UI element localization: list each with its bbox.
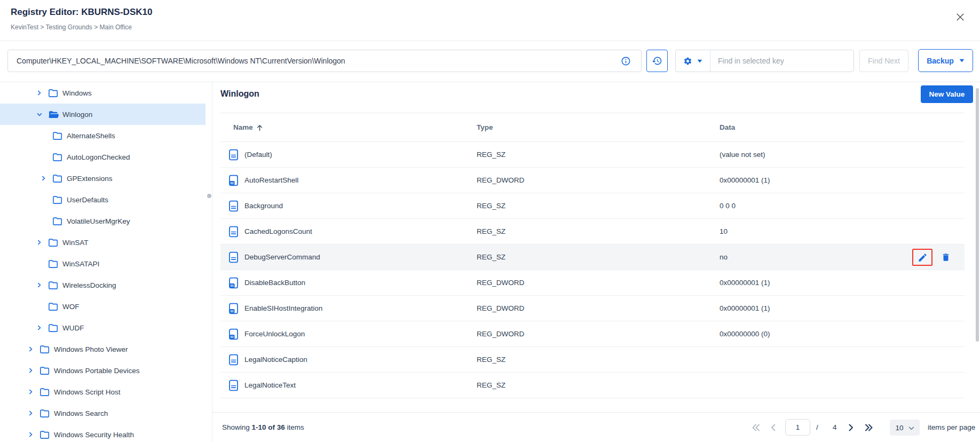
chevron-right-icon[interactable] xyxy=(28,345,39,353)
table-row[interactable]: CachedLogonsCountREG_SZ10 xyxy=(220,219,965,244)
folder-icon xyxy=(39,430,54,439)
chevron-right-icon[interactable] xyxy=(36,323,48,332)
table-row[interactable]: 01DisableBackButtonREG_DWORD0x00000001 (… xyxy=(220,270,965,296)
tree-item-label: Windows Script Host xyxy=(54,388,121,396)
tree-item-winlogon[interactable]: Winlogon xyxy=(0,104,206,125)
tree-item-volatileusermgrkey[interactable]: VolatileUserMgrKey xyxy=(0,210,206,232)
tree-item-wirelessdocking[interactable]: WirelessDocking xyxy=(0,274,206,296)
folder-icon xyxy=(48,259,62,269)
tree-item-userdefaults[interactable]: UserDefaults xyxy=(0,189,206,210)
vertical-scrollbar[interactable] xyxy=(976,88,979,342)
value-type-cell: REG_DWORD xyxy=(477,270,524,296)
folder-icon xyxy=(39,366,54,375)
find-next-button[interactable]: Find Next xyxy=(859,50,908,72)
value-data-cell: 10 xyxy=(720,219,728,244)
svg-text:01: 01 xyxy=(231,181,234,185)
tree-item-label: GPExtensions xyxy=(67,175,113,183)
first-page-button[interactable] xyxy=(752,419,760,436)
tree-item-autologonchecked[interactable]: AutoLogonChecked xyxy=(0,146,206,168)
last-page-button[interactable] xyxy=(865,419,873,436)
delete-value-button[interactable] xyxy=(941,252,951,263)
column-header-name[interactable]: Name xyxy=(233,113,263,142)
value-type-cell: REG_SZ xyxy=(477,244,505,270)
table-row[interactable]: 01AutoRestartShellREG_DWORD0x00000001 (1… xyxy=(220,168,965,193)
column-header-data[interactable]: Data xyxy=(720,113,735,142)
next-page-button[interactable] xyxy=(849,419,853,436)
reg-dword-icon: 01 xyxy=(229,175,238,186)
column-header-type[interactable]: Type xyxy=(477,113,493,142)
table-row[interactable]: (Default)REG_SZ(value not set) xyxy=(220,142,965,168)
tree-item-gpextensions[interactable]: GPExtensions xyxy=(0,168,206,189)
table-row[interactable]: 01EnableSIHostIntegrationREG_DWORD0x0000… xyxy=(220,296,965,321)
history-button[interactable] xyxy=(646,50,668,72)
sort-asc-icon xyxy=(257,124,263,131)
info-icon[interactable] xyxy=(621,56,631,66)
svg-text:01: 01 xyxy=(231,310,234,313)
value-data-cell: 0x00000001 (1) xyxy=(720,168,770,193)
new-value-button[interactable]: New Value xyxy=(921,85,973,103)
tree-item-windows-photo-viewer[interactable]: Windows Photo Viewer xyxy=(0,338,206,360)
page-number-input[interactable] xyxy=(785,419,810,436)
items-per-page-select[interactable]: 10 xyxy=(890,420,920,436)
tree-item-label: Windows Search xyxy=(54,409,108,417)
find-in-key-input[interactable] xyxy=(710,50,853,72)
folder-icon xyxy=(39,388,54,397)
tree-item-windows[interactable]: Windows xyxy=(0,82,206,104)
tree-item-label: WUDF xyxy=(62,324,84,332)
chevron-down-icon[interactable] xyxy=(36,110,48,119)
folder-icon xyxy=(48,238,62,247)
table-row[interactable]: LegalNoticeTextREG_SZ xyxy=(220,373,965,398)
breadcrumb: KevinTest > Testing Grounds > Main Offic… xyxy=(11,23,132,31)
value-name-cell: (Default) xyxy=(244,142,272,168)
items-per-page-value: 10 xyxy=(895,424,903,432)
table-row[interactable]: 01ForceUnlockLogonREG_DWORD0x00000000 (0… xyxy=(220,321,965,347)
value-type-cell: REG_DWORD xyxy=(477,168,524,193)
value-type-cell: REG_SZ xyxy=(477,219,505,244)
showing-range: 1-10 of 36 xyxy=(252,423,285,431)
value-data-cell: no xyxy=(720,244,728,270)
chevron-right-icon[interactable] xyxy=(36,281,48,289)
value-data-cell: 0x00000001 (1) xyxy=(720,270,770,296)
tree-item-windows-security-health[interactable]: Windows Security Health xyxy=(0,424,206,442)
folder-icon xyxy=(39,409,54,418)
tree-item-wudf[interactable]: WUDF xyxy=(0,317,206,338)
panel-resize-handle[interactable] xyxy=(207,194,211,198)
tree-item-wof[interactable]: WOF xyxy=(0,296,206,317)
chevron-right-icon[interactable] xyxy=(28,430,39,439)
registry-path-input[interactable] xyxy=(7,50,642,72)
tree-item-label: AlternateShells xyxy=(67,132,115,140)
svg-text:01: 01 xyxy=(231,284,234,287)
tree-item-winsatapi[interactable]: WinSATAPI xyxy=(0,253,206,274)
values-table-body: (Default)REG_SZ(value not set)01AutoRest… xyxy=(220,142,965,398)
backup-button[interactable]: Backup xyxy=(918,49,973,72)
selected-key-title: Winlogon xyxy=(220,89,259,99)
folder-icon xyxy=(52,131,67,140)
tree-item-windows-search[interactable]: Windows Search xyxy=(0,402,206,424)
table-row[interactable]: DebugServerCommandREG_SZno xyxy=(220,244,965,270)
chevron-right-icon[interactable] xyxy=(28,388,39,396)
tree-item-winsat[interactable]: WinSAT xyxy=(0,232,206,253)
table-row[interactable]: BackgroundREG_SZ0 0 0 xyxy=(220,193,965,219)
prev-page-button[interactable] xyxy=(771,419,776,436)
tree-item-windows-portable-devices[interactable]: Windows Portable Devices xyxy=(0,360,206,381)
tree-item-label: UserDefaults xyxy=(67,196,108,204)
folder-icon xyxy=(48,323,62,333)
folder-icon xyxy=(48,281,62,290)
table-row[interactable]: LegalNoticeCaptionREG_SZ xyxy=(220,347,965,373)
chevron-right-icon[interactable] xyxy=(28,366,39,375)
value-name-cell: LegalNoticeText xyxy=(244,373,296,398)
search-options-dropdown[interactable] xyxy=(676,50,710,72)
chevron-right-icon[interactable] xyxy=(36,89,48,97)
close-button[interactable] xyxy=(953,10,967,24)
action-target-box xyxy=(912,249,932,266)
edit-value-button[interactable] xyxy=(918,252,928,263)
tree-item-windows-script-host[interactable]: Windows Script Host xyxy=(0,381,206,402)
showing-prefix: Showing xyxy=(222,423,250,431)
tree-item-alternateshells[interactable]: AlternateShells xyxy=(0,125,206,146)
chevron-right-icon[interactable] xyxy=(36,238,48,247)
close-icon xyxy=(955,12,966,22)
value-type-cell: REG_SZ xyxy=(477,373,505,398)
find-group xyxy=(675,50,854,72)
chevron-right-icon[interactable] xyxy=(28,409,39,417)
chevron-right-icon[interactable] xyxy=(41,174,52,183)
